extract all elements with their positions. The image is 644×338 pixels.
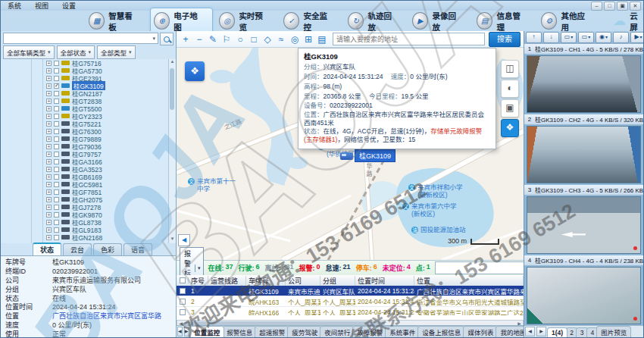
camera-tool-button[interactable]: ♪ <box>613 32 629 43</box>
scroll-down-icon[interactable]: ▼ <box>169 236 176 243</box>
column-header[interactable]: 位置 <box>414 276 524 286</box>
expand-icon[interactable]: + <box>46 99 52 104</box>
vehicle-checkbox[interactable] <box>54 182 59 187</box>
popup-action-icon[interactable]: ◉ <box>349 146 357 149</box>
camera-tool-button[interactable]: ↑ <box>526 32 542 43</box>
expand-icon[interactable]: + <box>46 174 52 180</box>
map-tool-icon[interactable]: ▤ <box>316 34 328 45</box>
camera-tool-button[interactable]: ▭ <box>561 32 577 43</box>
tabs-scroll-right[interactable]: ▶ <box>536 327 546 336</box>
row-checkbox[interactable] <box>180 288 186 294</box>
vehicle-search-input[interactable] <box>4 34 150 42</box>
expand-icon[interactable]: + <box>46 144 52 149</box>
map-tool-icon[interactable]: ⚐ <box>220 34 233 45</box>
tabs-scroll-left[interactable]: ◀ <box>525 327 535 336</box>
vehicle-checkbox[interactable] <box>54 159 59 164</box>
vehicle-checkbox[interactable] <box>54 152 59 157</box>
vehicle-checkbox[interactable] <box>54 144 59 149</box>
map-poi[interactable]: 油 国投能源加油站 <box>411 227 466 234</box>
expand-icon[interactable]: + <box>46 136 52 142</box>
scroll-up-icon[interactable]: ▲ <box>169 59 176 66</box>
popup-action-icon[interactable]: ≡ <box>381 146 386 149</box>
bottom-tab[interactable]: 设备上报信息 <box>417 326 465 337</box>
vehicle-checkbox[interactable] <box>54 167 59 172</box>
camera-tool-button[interactable]: ◉ <box>596 32 611 43</box>
bottom-tab[interactable]: 媒体列表 <box>463 326 498 337</box>
map-canvas[interactable]: 之江路 富华路 文 来宾市第十一 中学 文 来宾市兴宾小学 <box>177 48 524 260</box>
scroll-thumb[interactable] <box>170 68 174 110</box>
expand-icon[interactable]: + <box>46 227 52 233</box>
camera-video[interactable] <box>527 267 641 324</box>
bottom-tab[interactable]: 我的地图 <box>496 326 524 337</box>
filter-dropdown[interactable]: 全部类型 ▾ <box>97 45 136 59</box>
map-tool-icon[interactable]: □ <box>248 34 260 45</box>
map-poi[interactable]: 文 来宾市祥和小学 (最新校区) <box>408 184 463 199</box>
bottom-tab[interactable]: 位置监控 <box>189 326 224 337</box>
camera-tab[interactable]: 1(4) <box>547 327 567 337</box>
detail-tab[interactable]: 语音 <box>123 243 152 255</box>
menu-item[interactable]: 设置 <box>55 1 83 11</box>
vehicle-checkbox[interactable] <box>54 220 59 225</box>
menu-item[interactable]: 系统 <box>1 1 28 11</box>
cloud-screen-button[interactable]: ☁ 云屏 <box>613 10 643 33</box>
detail-tab[interactable]: 色彩 <box>93 243 122 255</box>
address-search-input[interactable] <box>333 33 485 45</box>
vehicle-checkbox[interactable] <box>54 227 59 233</box>
map-tool-icon[interactable]: ○ <box>234 34 246 45</box>
vehicle-search-button[interactable] <box>160 33 174 45</box>
map-tool-icon[interactable]: − <box>193 34 205 45</box>
map-tool-icon[interactable]: ⊞ <box>302 34 314 45</box>
vehicle-checkbox[interactable] <box>54 99 59 104</box>
select-all-checkbox[interactable] <box>180 277 186 283</box>
column-header[interactable]: 公司 <box>286 276 320 286</box>
nav-item[interactable]: ↻ 轨迹回放 <box>345 8 406 34</box>
map-layer-button[interactable]: ◐ <box>501 80 519 98</box>
map-tool-icon[interactable]: ✎ <box>207 34 219 45</box>
map-tool-icon[interactable]: ◎ <box>289 34 301 45</box>
expand-icon[interactable]: + <box>46 61 52 66</box>
expand-icon[interactable]: + <box>46 205 52 210</box>
filter-dropdown[interactable]: 全部车辆类型 ▾ <box>3 45 55 59</box>
column-header[interactable]: 运营线路 <box>208 276 246 286</box>
expand-icon[interactable]: + <box>46 167 52 172</box>
expand-icon[interactable]: + <box>46 114 52 119</box>
vehicle-checkbox[interactable] <box>54 61 59 66</box>
vehicle-marker[interactable]: 桂GK3109 <box>340 149 395 162</box>
expand-icon[interactable]: + <box>46 83 52 89</box>
camera-tab[interactable]: 图片预览 <box>596 326 631 337</box>
collapse-panel-button[interactable]: ◀ <box>178 234 190 246</box>
vehicle-checkbox[interactable] <box>54 121 59 127</box>
expand-icon[interactable]: + <box>46 152 52 157</box>
row-checkbox[interactable] <box>180 309 186 315</box>
vehicle-checkbox[interactable] <box>54 136 59 142</box>
expand-icon[interactable]: + <box>46 121 52 127</box>
expand-icon[interactable]: + <box>46 220 52 225</box>
nav-item[interactable]: ✓ 安全监控 <box>280 8 342 34</box>
vehicle-row[interactable]: + 桂GN2168 <box>1 233 176 241</box>
popup-action-icon[interactable]: ⊞ <box>394 146 401 149</box>
vehicle-checkbox[interactable] <box>54 83 59 89</box>
tabs-scroll-right[interactable]: ▶ <box>184 327 189 336</box>
nav-item[interactable]: ▤ 信息管理 <box>474 8 535 34</box>
map-layer-button[interactable]: ▣ <box>501 99 519 117</box>
vehicle-checkbox[interactable] <box>54 114 59 119</box>
column-header[interactable]: 序号 <box>189 276 208 286</box>
bottom-tab[interactable]: 故障报警 <box>352 326 387 337</box>
bottom-tab[interactable]: 夜间禁行 <box>320 326 355 337</box>
popup-action-icon[interactable]: ▣ <box>364 146 372 149</box>
expand-icon[interactable]: + <box>46 76 52 81</box>
expand-icon[interactable]: + <box>46 212 52 218</box>
nav-item[interactable]: ◎ 实时预览 <box>216 8 277 34</box>
camera-video[interactable] <box>527 55 641 113</box>
vehicle-checkbox[interactable] <box>54 91 59 96</box>
table-row[interactable]: 2 皖AHK163 个人_周某某 个人_周某某 2024-04-24 15:31… <box>177 296 524 307</box>
vehicle-checkbox[interactable] <box>54 212 59 218</box>
expand-icon[interactable]: + <box>46 106 52 111</box>
column-header[interactable]: 位置时间 <box>355 276 414 286</box>
detail-tab[interactable]: 状态 <box>33 243 61 255</box>
map-tool-icon[interactable]: ◇ <box>261 34 274 45</box>
expand-icon[interactable]: + <box>46 189 52 195</box>
map-tool-icon[interactable]: + <box>180 34 192 45</box>
vehicle-checkbox[interactable] <box>54 189 59 195</box>
popup-action-icon[interactable]: ▶ <box>304 146 310 149</box>
